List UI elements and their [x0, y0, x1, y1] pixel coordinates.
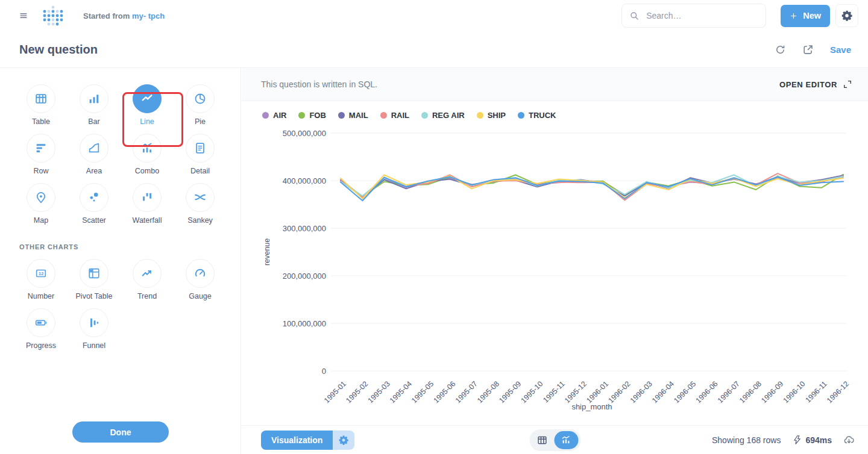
toggle-chart-view[interactable]	[554, 431, 578, 449]
viz-type-detail[interactable]: Detail	[174, 134, 227, 175]
viz-type-label: Waterfall	[133, 216, 162, 225]
open-editor-label: OPEN EDITOR	[779, 80, 837, 89]
legend-item-fob[interactable]: FOB	[298, 111, 326, 120]
legend-item-mail[interactable]: MAIL	[338, 111, 368, 120]
legend-item-reg-air[interactable]: REG AIR	[421, 111, 465, 120]
viz-type-label: Progress	[26, 341, 56, 350]
toggle-table-view[interactable]	[532, 431, 552, 449]
svg-text:1996-02: 1996-02	[606, 379, 632, 405]
refresh-icon	[775, 44, 786, 55]
viz-type-map[interactable]: Map	[14, 183, 68, 225]
viz-type-line[interactable]: Line	[121, 84, 174, 126]
viz-settings-button[interactable]	[333, 431, 354, 450]
lightning-bolt-icon	[792, 435, 802, 445]
chart-legend: AIRFOBMAILRAILREG AIRSHIPTRUCK	[242, 101, 868, 120]
pivot-chart-icon	[80, 259, 108, 288]
sql-notice-text: This question is written in SQL.	[261, 79, 377, 89]
legend-item-rail[interactable]: RAIL	[380, 111, 409, 120]
viz-type-label: Combo	[135, 167, 159, 175]
sql-notice-bar: This question is written in SQL. OPEN ED…	[242, 68, 868, 101]
collection-link[interactable]: my- tpch	[132, 11, 165, 20]
done-button[interactable]: Done	[72, 421, 169, 443]
save-button[interactable]: Save	[830, 45, 851, 55]
viz-type-label: Row	[33, 167, 48, 175]
refresh-button[interactable]	[775, 44, 786, 55]
viz-type-gauge[interactable]: Gauge	[174, 259, 227, 300]
combo-chart-icon	[561, 435, 571, 445]
svg-text:1996-12: 1996-12	[825, 379, 851, 405]
detail-chart-icon	[186, 134, 215, 163]
search-box[interactable]	[621, 4, 766, 28]
svg-text:0: 0	[322, 367, 326, 376]
legend-item-ship[interactable]: SHIP	[477, 111, 506, 120]
progress-chart-icon	[27, 308, 55, 337]
legend-dot	[380, 112, 387, 119]
new-button[interactable]: New	[781, 5, 830, 27]
line-series-rail[interactable]	[341, 173, 843, 200]
map-chart-icon	[27, 183, 55, 212]
started-from-label: Started from my- tpch	[83, 11, 165, 20]
viz-type-bar[interactable]: Bar	[68, 84, 121, 126]
sankey-chart-icon	[186, 183, 215, 212]
viz-type-number[interactable]: 12Number	[14, 259, 68, 300]
svg-text:revenue: revenue	[263, 238, 271, 266]
svg-text:1996-06: 1996-06	[694, 379, 719, 405]
download-button[interactable]	[843, 434, 855, 446]
svg-text:1995-07: 1995-07	[454, 379, 479, 405]
viz-type-scatter[interactable]: Scatter	[68, 183, 121, 225]
share-button[interactable]	[802, 44, 814, 55]
viz-type-table[interactable]: Table	[14, 84, 68, 126]
legend-label: TRUCK	[529, 111, 556, 120]
chart-type-grid: TableBarLinePieRowAreaComboDetailMapScat…	[0, 84, 241, 225]
legend-dot	[338, 112, 345, 119]
viz-type-combo[interactable]: Combo	[121, 134, 174, 175]
visualization-button[interactable]: Visualization	[261, 431, 333, 450]
line-chart: 0100,000,000200,000,000300,000,000400,00…	[242, 120, 868, 424]
area-chart-icon	[80, 134, 108, 163]
viz-type-label: Pivot Table	[76, 292, 113, 300]
viz-type-row[interactable]: Row	[14, 134, 68, 175]
search-input[interactable]	[645, 10, 758, 21]
gauge-chart-icon	[186, 259, 215, 288]
legend-item-air[interactable]: AIR	[262, 111, 286, 120]
visualization-sidebar: TableBarLinePieRowAreaComboDetailMapScat…	[0, 68, 241, 454]
legend-label: RAIL	[391, 111, 409, 120]
viz-type-progress[interactable]: Progress	[14, 308, 68, 350]
legend-item-truck[interactable]: TRUCK	[518, 111, 556, 120]
svg-text:1996-04: 1996-04	[650, 379, 676, 405]
metabase-logo[interactable]	[42, 4, 64, 27]
viz-type-label: Map	[34, 216, 48, 225]
svg-text:1995-12: 1995-12	[563, 379, 588, 405]
gear-icon	[338, 435, 349, 446]
viz-type-label: Bar	[88, 117, 99, 126]
legend-label: MAIL	[349, 111, 368, 120]
viz-type-area[interactable]: Area	[68, 134, 121, 175]
viz-type-funnel[interactable]: Funnel	[68, 308, 121, 350]
legend-dot	[298, 112, 305, 119]
settings-gear-button[interactable]	[835, 4, 858, 27]
svg-text:100,000,000: 100,000,000	[283, 319, 326, 328]
funnel-chart-icon	[80, 308, 108, 337]
new-button-label: New	[803, 11, 821, 20]
viz-type-label: Trend	[137, 292, 157, 300]
viz-type-trend[interactable]: Trend	[121, 259, 174, 300]
question-titlebar: New question Save	[0, 31, 868, 68]
plus-icon	[790, 12, 797, 20]
hamburger-menu-icon[interactable]	[16, 8, 31, 23]
duration-label: 694ms	[805, 435, 832, 445]
svg-text:1996-09: 1996-09	[760, 379, 785, 405]
viz-type-label: Pie	[195, 117, 206, 126]
legend-dot	[518, 112, 524, 119]
svg-text:1995-01: 1995-01	[322, 379, 348, 405]
viz-type-waterfall[interactable]: Waterfall	[121, 183, 174, 225]
legend-label: SHIP	[488, 111, 506, 120]
viz-type-pie[interactable]: Pie	[174, 84, 227, 126]
viz-type-pivot-table[interactable]: Pivot Table	[68, 259, 121, 300]
viz-type-label: Sankey	[187, 216, 213, 225]
bar-chart-icon	[80, 84, 108, 113]
viz-type-sankey[interactable]: Sankey	[174, 183, 227, 225]
query-duration: 694ms	[792, 435, 832, 445]
viz-type-label: Table	[32, 117, 50, 126]
open-editor-button[interactable]: OPEN EDITOR	[779, 79, 852, 89]
other-chart-type-grid: 12NumberPivot TableTrendGaugeProgressFun…	[0, 259, 241, 350]
